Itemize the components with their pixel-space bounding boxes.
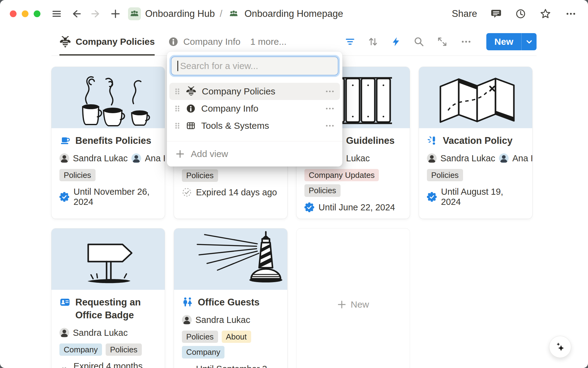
sort-icon[interactable]: [368, 36, 379, 47]
row-options-ellipsis-icon[interactable]: [325, 87, 335, 96]
card-cover-map-doodle: [419, 67, 532, 128]
tag: Company: [182, 346, 224, 358]
tag: Company Updates: [304, 169, 379, 182]
verified-badge-icon: [427, 192, 437, 202]
status-row: Expired 14 days ago: [182, 187, 279, 197]
tag-row: Policies: [182, 169, 279, 182]
traffic-lights: [10, 10, 40, 17]
card-vacation-policy[interactable]: Vacation Policy Sandra Lukac Ana Ha Poli…: [419, 67, 532, 219]
id-badge-icon: [59, 297, 70, 322]
drag-handle-icon[interactable]: [174, 121, 180, 130]
breadcrumb: Onboarding Hub / Onboarding Homepage: [128, 7, 343, 20]
view-row-label: Tools & Systems: [201, 121, 319, 131]
search-icon[interactable]: [413, 36, 424, 47]
bee-icon: [186, 86, 196, 97]
favorite-star-icon[interactable]: [540, 8, 551, 20]
breadcrumb-current[interactable]: Onboarding Homepage: [244, 8, 343, 19]
zoom-window-button[interactable]: [34, 10, 40, 17]
card-benefits-policies[interactable]: Benefits Policies Sandra Lukac Ana Ha Po…: [51, 67, 165, 219]
row-options-ellipsis-icon[interactable]: [325, 104, 335, 113]
status-text: Until September 3, 2024: [196, 364, 279, 368]
table-icon: [186, 121, 196, 131]
card-cover-lighthouse-doodle: [174, 228, 287, 290]
new-button-label[interactable]: New: [486, 33, 521, 50]
app-window: Onboarding Hub / Onboarding Homepage Sha…: [0, 0, 588, 368]
status-text: Expired 14 days ago: [196, 187, 277, 197]
card-office-guests[interactable]: Office Guests Sandra Lukac Policies Abou…: [174, 228, 287, 368]
status-text: Until November 26, 2024: [74, 187, 157, 207]
people-row: Lukac: [346, 153, 410, 163]
card-title-text: Guidelines: [346, 134, 394, 147]
view-search-input[interactable]: [171, 56, 338, 75]
person-name: Sandra Lukac: [440, 153, 495, 163]
history-clock-icon[interactable]: [515, 8, 526, 19]
comments-icon[interactable]: [491, 8, 502, 19]
status-row: Expired 4 months ago: [59, 361, 157, 368]
view-row-company-policies[interactable]: Company Policies: [169, 83, 340, 100]
add-view-label: Add view: [191, 149, 228, 159]
avatar: [427, 153, 437, 163]
new-page-plus-icon[interactable]: [110, 9, 121, 19]
status-row: Until August 19, 2024: [427, 187, 524, 207]
avatar: [131, 153, 141, 163]
view-row-company-info[interactable]: Company Info: [169, 100, 340, 117]
verified-badge-icon: [59, 192, 69, 202]
tag: Policies: [304, 184, 341, 197]
close-window-button[interactable]: [10, 10, 17, 17]
expand-fullscreen-icon[interactable]: [437, 36, 448, 47]
two-people-icon: [182, 297, 193, 309]
view-row-label: Company Policies: [202, 86, 319, 97]
new-card-label: New: [351, 299, 369, 310]
sparkles-icon: [554, 341, 566, 353]
expired-check-icon: [59, 366, 69, 368]
forward-arrow-icon[interactable]: [91, 9, 101, 19]
breadcrumb-root[interactable]: Onboarding Hub: [145, 8, 215, 19]
breadcrumb-separator: /: [220, 8, 223, 19]
card-title-text: Vacation Policy: [443, 134, 512, 147]
more-views-button[interactable]: 1 more...: [250, 36, 286, 47]
tab-company-policies[interactable]: Company Policies: [59, 28, 155, 56]
ai-assistant-button[interactable]: [549, 336, 571, 358]
coffee-cup-icon: [59, 135, 70, 147]
card-requesting-office-badge[interactable]: Requesting an Office Badge Sandra Lukac …: [51, 228, 165, 368]
verified-badge-icon: [304, 202, 314, 212]
filter-icon[interactable]: [345, 36, 355, 47]
team-people-icon: [128, 7, 141, 20]
view-options-ellipsis-icon[interactable]: [460, 36, 472, 47]
expired-check-icon: [182, 187, 192, 197]
tag: Policies: [59, 169, 96, 182]
tag-row: Company Updates Policies: [304, 169, 402, 197]
text-caret: [177, 61, 178, 71]
person-name: Ana Ha: [512, 153, 532, 163]
status-row: Until September 3, 2024: [182, 364, 279, 368]
more-options-icon[interactable]: [565, 8, 577, 19]
new-button[interactable]: New: [486, 33, 537, 50]
add-view-button[interactable]: Add view: [167, 141, 342, 167]
team-people-icon: [227, 7, 240, 20]
status-text: Until June 22, 2024: [318, 202, 395, 213]
tag: Policies: [182, 331, 218, 343]
person-name: Ana Ha: [145, 153, 165, 163]
card-cover-mugs-doodle: [51, 67, 165, 128]
drag-handle-icon[interactable]: [174, 104, 180, 113]
back-arrow-icon[interactable]: [71, 9, 81, 19]
minimize-window-button[interactable]: [22, 10, 28, 17]
share-button[interactable]: Share: [452, 8, 477, 19]
drag-handle-icon[interactable]: [174, 87, 180, 96]
tag-row: Policies About Company: [182, 331, 279, 358]
plus-icon: [337, 300, 346, 309]
status-row: Until November 26, 2024: [59, 187, 157, 207]
new-card-placeholder[interactable]: New: [296, 228, 410, 368]
person-name: Sandra Lukac: [73, 328, 128, 338]
sidebar-toggle-icon[interactable]: [51, 9, 62, 19]
new-button-chevron-icon[interactable]: [521, 33, 537, 50]
card-cover-signpost-doodle: [51, 228, 165, 290]
person-name: Sandra Lukac: [195, 315, 250, 325]
person-name: Sandra Lukac: [73, 153, 128, 163]
info-icon: [186, 104, 196, 113]
row-options-ellipsis-icon[interactable]: [325, 121, 335, 130]
tag: Company: [59, 343, 102, 356]
view-row-tools-systems[interactable]: Tools & Systems: [169, 117, 340, 134]
automation-lightning-icon[interactable]: [391, 36, 401, 47]
bee-icon: [59, 36, 71, 48]
